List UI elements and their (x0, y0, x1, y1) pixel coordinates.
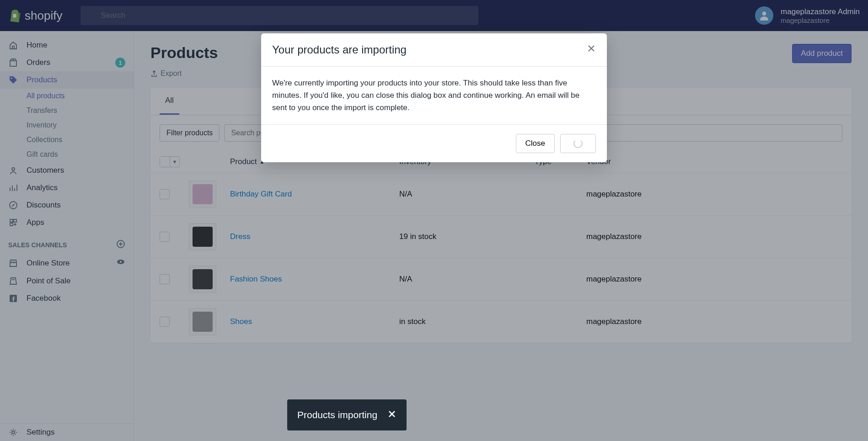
modal-body: We're currently importing your products … (261, 67, 607, 125)
modal-title: Your products are importing (272, 43, 407, 56)
modal-close-x[interactable] (587, 44, 596, 56)
toast-close-button[interactable] (387, 409, 396, 421)
toast-text: Products importing (297, 409, 377, 420)
modal-loading-button (560, 134, 596, 153)
close-icon (387, 409, 396, 419)
toast: Products importing (287, 399, 407, 430)
import-modal: Your products are importing We're curren… (261, 33, 607, 162)
spinner-icon (573, 139, 583, 148)
modal-overlay: Your products are importing We're curren… (0, 0, 868, 441)
modal-close-button[interactable]: Close (516, 134, 555, 153)
close-icon (587, 44, 596, 53)
